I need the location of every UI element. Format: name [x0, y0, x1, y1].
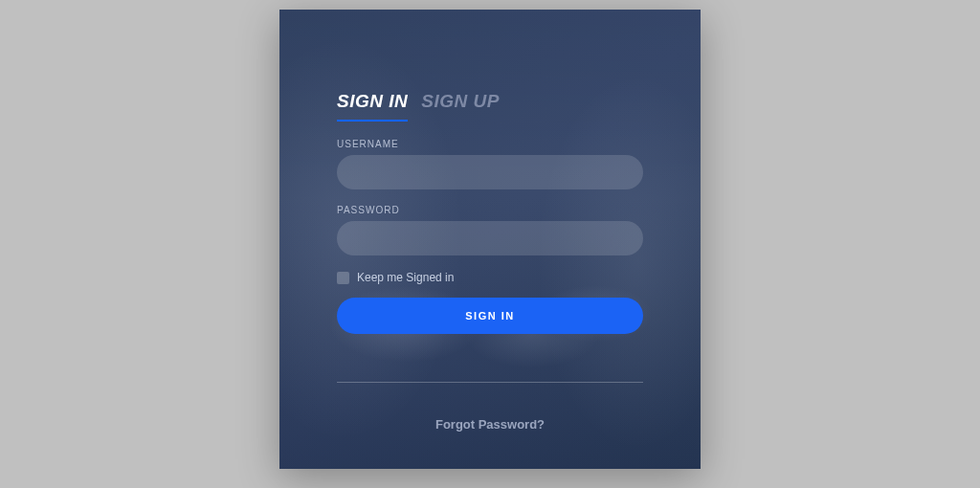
password-group: PASSWORD [337, 205, 643, 255]
username-input[interactable] [337, 155, 643, 189]
password-label: PASSWORD [337, 205, 643, 215]
remember-label: Keep me Signed in [357, 271, 454, 284]
remember-checkbox[interactable] [337, 272, 349, 284]
forgot-password-link[interactable]: Forgot Password? [337, 417, 643, 432]
username-group: USERNAME [337, 139, 643, 189]
card-inner: SIGN IN SIGN UP USERNAME PASSWORD Keep m… [279, 10, 701, 469]
username-label: USERNAME [337, 139, 643, 149]
auth-tabs: SIGN IN SIGN UP [337, 91, 643, 122]
signin-button[interactable]: SIGN IN [337, 298, 643, 334]
divider [337, 382, 643, 383]
signin-card: SIGN IN SIGN UP USERNAME PASSWORD Keep m… [279, 10, 701, 469]
tab-signup[interactable]: SIGN UP [421, 91, 500, 122]
remember-row: Keep me Signed in [337, 271, 643, 284]
tab-signin[interactable]: SIGN IN [337, 91, 408, 122]
password-input[interactable] [337, 221, 643, 255]
